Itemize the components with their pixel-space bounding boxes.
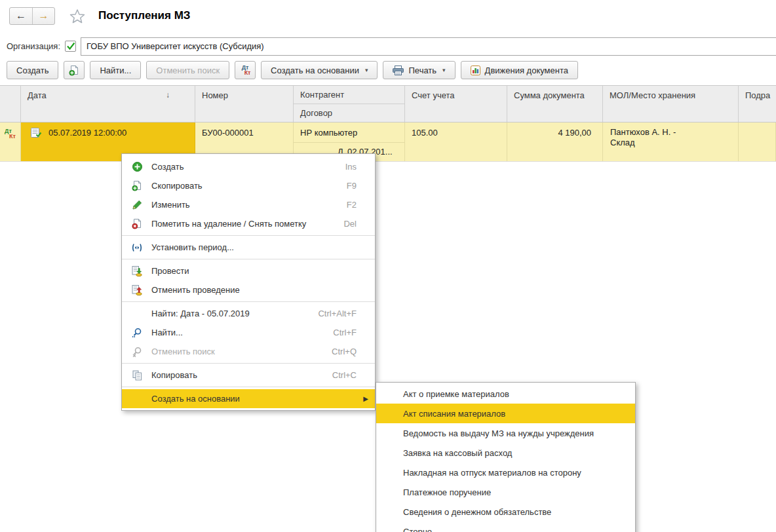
chevron-down-icon: ▾ <box>365 67 368 73</box>
print-button[interactable]: Печать ▾ <box>383 61 455 79</box>
header-counterparty-label: Контрагент <box>294 86 404 104</box>
header-date[interactable]: Дата ↓ <box>21 86 195 122</box>
search-icon <box>130 328 144 338</box>
menu-shortcut: Ins <box>345 162 357 172</box>
context-menu-item-find[interactable]: Найти... Ctrl+F <box>122 323 375 342</box>
document-movements-icon <box>471 66 480 75</box>
pencil-icon <box>130 200 144 210</box>
menu-separator <box>122 259 375 259</box>
create-button[interactable]: Создать <box>7 61 58 79</box>
top-navigation-bar: ← → Поступления МЗ <box>9 5 191 26</box>
history-nav-group: ← → <box>9 7 55 25</box>
create-based-on-submenu: Акт о приемке материалов Акт списания ма… <box>376 382 636 532</box>
submenu-item-zayavka-na-kassovyj-rashod[interactable]: Заявка на кассовый расход <box>376 443 635 463</box>
row-cell-posting-status[interactable]: ДтКт <box>0 123 21 161</box>
organization-checkbox[interactable] <box>65 41 76 52</box>
row-cell-mol[interactable]: Пантюхов А. Н. - Склад <box>603 123 739 161</box>
menu-separator <box>122 387 375 387</box>
context-menu-item-edit[interactable]: Изменить F2 <box>122 195 375 214</box>
find-button[interactable]: Найти... <box>90 61 141 79</box>
row-cell-account[interactable]: 105.00 <box>405 123 507 161</box>
submenu-item-platezhnoe-poruchenie[interactable]: Платежное поручение <box>376 482 635 502</box>
delete-mark-icon <box>130 218 144 229</box>
organization-input[interactable] <box>81 37 776 56</box>
submenu-item-svedeniya-o-denezhnom-obyazatelstve[interactable]: Сведения о денежном обязательстве <box>376 502 635 522</box>
header-date-label: Дата <box>28 90 47 122</box>
context-menu-item-copy-clipboard[interactable]: Копировать Ctrl+C <box>122 366 375 385</box>
menu-label: Установить период... <box>151 242 357 252</box>
menu-shortcut: F2 <box>347 200 357 210</box>
menu-label: Провести <box>151 266 357 276</box>
menu-separator <box>122 363 375 364</box>
context-menu-item-find-by-date[interactable]: Найти: Дата - 05.07.2019 Ctrl+Alt+F <box>122 304 375 323</box>
header-mol[interactable]: МОЛ/Место хранения <box>603 86 739 122</box>
organization-label: Организация: <box>7 41 60 51</box>
context-menu-item-cancel-search: Отменить поиск Ctrl+Q <box>122 342 375 361</box>
menu-label: Скопировать <box>151 181 347 191</box>
context-menu-item-set-period[interactable]: Установить период... <box>122 238 375 257</box>
search-cancel-icon <box>130 347 144 357</box>
header-number[interactable]: Номер <box>195 86 294 122</box>
menu-shortcut: Ctrl+F <box>333 328 357 337</box>
add-circle-icon <box>130 162 144 172</box>
context-menu-item-mark-deletion[interactable]: Пометить на удаление / Снять пометку Del <box>122 214 375 233</box>
document-movements-button[interactable]: Движения документа <box>461 61 578 79</box>
row-cell-amount[interactable]: 4 190,00 <box>507 123 603 161</box>
mol-line1: Пантюхов А. Н. - <box>610 127 738 138</box>
submenu-arrow-icon: ▶ <box>363 395 368 402</box>
post-document-icon <box>130 266 144 276</box>
printer-icon <box>393 66 404 75</box>
unpost-document-icon <box>130 285 144 295</box>
forward-button[interactable]: → <box>32 8 54 24</box>
dtkt-postings-button[interactable]: ДтКт <box>235 61 256 79</box>
menu-label: Отменить поиск <box>151 347 332 356</box>
submenu-item-akt-spisaniya-materialov[interactable]: Акт списания материалов <box>376 404 635 423</box>
context-menu-item-create-based-on[interactable]: Создать на основании ▶ <box>122 389 375 408</box>
back-button[interactable]: ← <box>10 8 32 24</box>
menu-label: Изменить <box>151 200 347 210</box>
copy-document-icon <box>130 180 144 191</box>
header-status-column[interactable] <box>0 86 21 122</box>
header-counterparty-contract[interactable]: Контрагент Договор <box>294 86 405 122</box>
toolbar: Создать Найти... Отменить поиск ДтКт Соз… <box>7 60 583 80</box>
copy-document-button[interactable] <box>64 61 85 79</box>
context-menu-item-create[interactable]: Создать Ins <box>122 157 375 176</box>
context-menu-item-copy-new[interactable]: Скопировать F9 <box>122 176 375 195</box>
menu-shortcut: Ctrl+C <box>332 370 357 380</box>
menu-label: Создать на основании <box>151 394 363 404</box>
row-date-value: 05.07.2019 12:00:00 <box>48 128 126 161</box>
submenu-item-vedomost-na-vydachu-mz[interactable]: Ведомость на выдачу МЗ на нужды учрежден… <box>376 423 635 443</box>
menu-shortcut: Ctrl+Q <box>332 347 357 356</box>
print-label: Печать <box>408 66 436 75</box>
create-based-on-label: Создать на основании <box>271 66 359 75</box>
header-amount[interactable]: Сумма документа <box>507 86 603 122</box>
menu-label: Найти... <box>151 328 333 337</box>
submenu-item-akt-o-priemke-materialov[interactable]: Акт о приемке материалов <box>376 384 635 404</box>
menu-label: Найти: Дата - 05.07.2019 <box>151 309 318 318</box>
copy-icon <box>130 370 144 381</box>
table-row[interactable]: ДтКт 05.07.2019 12:00:00 БУ00-000001 НР … <box>0 123 776 162</box>
favorite-star-icon[interactable] <box>69 9 85 24</box>
menu-separator <box>122 235 375 236</box>
row-counterparty-value: НР компьютер <box>294 123 404 143</box>
page-title: Поступления МЗ <box>98 9 191 22</box>
create-based-on-button[interactable]: Создать на основании ▾ <box>261 61 378 79</box>
header-department[interactable]: Подра <box>739 86 776 122</box>
submenu-item-nakladnaya-na-otpusk[interactable]: Накладная на отпуск материалов на сторон… <box>376 463 635 482</box>
mol-line2: Склад <box>610 138 738 148</box>
submenu-item-storno[interactable]: Сторно <box>376 522 635 532</box>
menu-shortcut: Del <box>343 219 357 229</box>
organization-filter-row: Организация: <box>7 37 776 56</box>
header-account[interactable]: Счет учета <box>405 86 507 122</box>
copy-document-icon <box>69 65 79 76</box>
menu-label: Отменить проведение <box>151 285 357 295</box>
row-cell-department[interactable] <box>739 123 776 161</box>
context-menu-item-post[interactable]: Провести <box>122 261 375 280</box>
menu-shortcut: Ctrl+Alt+F <box>318 309 357 318</box>
cancel-search-button: Отменить поиск <box>146 61 229 79</box>
menu-separator <box>122 301 375 302</box>
context-menu-item-unpost[interactable]: Отменить проведение <box>122 280 375 299</box>
check-icon <box>66 42 75 50</box>
set-period-icon <box>130 243 144 252</box>
context-menu: Создать Ins Скопировать F9 Изменить F2 <box>121 153 376 411</box>
